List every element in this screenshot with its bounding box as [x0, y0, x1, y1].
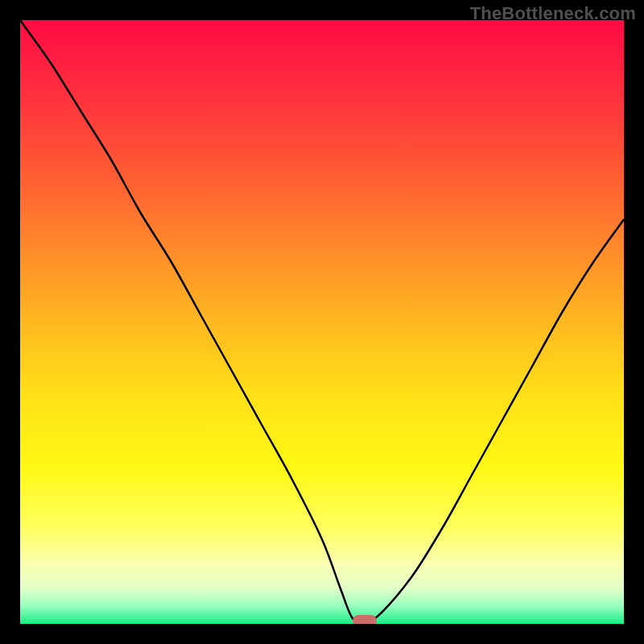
chart-frame: TheBottleneck.com — [0, 0, 644, 644]
watermark-text: TheBottleneck.com — [470, 3, 636, 24]
minimum-marker — [353, 615, 377, 624]
plot-area — [20, 20, 624, 624]
curve-path — [20, 20, 624, 624]
bottleneck-curve — [20, 20, 624, 624]
